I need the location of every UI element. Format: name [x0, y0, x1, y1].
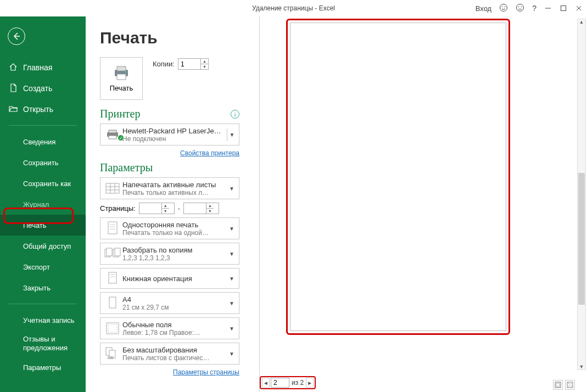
print-button-label: Печать [110, 84, 133, 92]
page-from-input[interactable] [139, 203, 161, 214]
dd-sublabel: 21 см x 29,7 см [122, 304, 227, 311]
nav-new[interactable]: Создать [0, 78, 86, 99]
margins-selector[interactable]: Обычные поля Левое: 1,78 см Правое:… ▼ [100, 317, 239, 339]
svg-rect-31 [109, 272, 116, 283]
copies-label: Копии: [153, 60, 175, 68]
current-page-input[interactable] [271, 378, 289, 388]
page-from-spinner[interactable]: ▲▼ [139, 203, 175, 214]
paper-selector[interactable]: A4 21 см x 29,7 см ▼ [100, 292, 239, 314]
nav-label: Создать [23, 84, 52, 93]
nav-label: Печать [23, 221, 47, 229]
spinner-down-icon[interactable]: ▼ [162, 209, 169, 214]
spinner-up-icon[interactable]: ▲ [206, 203, 214, 209]
spinner-down-icon[interactable]: ▼ [201, 64, 208, 69]
nav-save[interactable]: Сохранить [0, 152, 86, 173]
show-margins-button[interactable] [553, 380, 563, 390]
spinner-up-icon[interactable]: ▲ [201, 59, 208, 64]
chevron-down-icon: ▼ [227, 186, 237, 192]
next-page-button[interactable]: ► [306, 378, 314, 388]
nav-export[interactable]: Экспорт [0, 256, 86, 277]
preview-page [290, 23, 506, 331]
scaling-selector[interactable]: 100 Без масштабирования Печать листов с … [100, 343, 239, 365]
chevron-down-icon: ▼ [227, 251, 237, 257]
nav-share[interactable]: Общий доступ [0, 236, 86, 256]
svg-rect-23 [108, 222, 117, 234]
printer-icon [111, 65, 131, 81]
orientation-selector[interactable]: Книжная ориентация ▼ [100, 268, 239, 289]
svg-rect-42 [567, 382, 573, 388]
svg-rect-34 [109, 297, 116, 308]
maximize-button[interactable] [560, 4, 567, 12]
info-icon[interactable]: i [231, 110, 239, 119]
page-to-spinner[interactable]: ▲▼ [183, 203, 219, 214]
scrollbar-thumb[interactable] [578, 173, 585, 305]
copies-input[interactable] [178, 59, 200, 69]
printer-selector[interactable]: ✓ Hewlett-Packard HP LaserJe… Не подключ… [100, 124, 239, 145]
printer-properties-link[interactable]: Свойства принтера [180, 149, 239, 157]
svg-point-0 [500, 4, 507, 11]
document-icon [9, 83, 18, 94]
close-button[interactable] [575, 4, 583, 12]
back-button[interactable] [8, 27, 25, 45]
copies-spinner[interactable]: ▲▼ [178, 58, 209, 70]
svg-rect-30 [115, 248, 120, 256]
nav-label: Учетная запись [23, 316, 75, 324]
page-setup-link[interactable]: Параметры страницы [173, 368, 239, 376]
zoom-to-page-button[interactable] [565, 380, 575, 390]
login-link[interactable]: Вход [476, 4, 491, 13]
printer-heading: Принтер [100, 108, 140, 120]
dd-label: Без масштабирования [122, 346, 227, 354]
prev-page-button[interactable]: ◄ [262, 378, 270, 388]
dd-sublabel: 1,2,3 1,2,3 1,2,3 [122, 254, 227, 262]
nav-label: Параметры [23, 363, 61, 372]
face-sad-icon[interactable] [516, 3, 524, 14]
svg-point-2 [505, 6, 506, 7]
scroll-up-icon[interactable]: ▲ [578, 19, 585, 25]
nav-account[interactable]: Учетная запись [0, 310, 86, 331]
svg-point-1 [502, 6, 503, 7]
nav-label: Журнал [23, 200, 49, 209]
page-navigator: ◄ из 2 ► [260, 376, 316, 390]
svg-point-5 [521, 6, 522, 7]
sheets-icon [103, 183, 122, 194]
nav-home[interactable]: Главная [0, 57, 86, 78]
nav-label: Экспорт [23, 263, 50, 271]
collate-selector[interactable]: Разобрать по копиям 1,2,3 1,2,3 1,2,3 ▼ [100, 243, 239, 265]
nav-options[interactable]: Параметры [0, 357, 86, 378]
page-to-input[interactable] [184, 203, 206, 214]
svg-rect-13 [117, 74, 126, 80]
nav-saveas[interactable]: Сохранить как [0, 173, 86, 194]
nav-close[interactable]: Закрыть [0, 277, 86, 298]
dd-label: Односторонняя печать [122, 221, 227, 229]
home-icon [9, 63, 18, 73]
chevron-down-icon: ▼ [227, 326, 237, 332]
minimize-button[interactable] [544, 4, 552, 12]
scroll-down-icon[interactable]: ▼ [578, 364, 585, 369]
nav-label: Сохранить [23, 159, 59, 167]
collate-icon [103, 248, 122, 260]
nav-print[interactable]: Печать [0, 215, 86, 236]
help-icon[interactable]: ? [532, 4, 536, 13]
svg-text:100: 100 [107, 356, 114, 360]
dd-label: Обычные поля [122, 321, 227, 329]
pager-highlight: ◄ из 2 ► [260, 376, 316, 389]
print-button[interactable]: Печать [100, 57, 143, 100]
face-smile-icon[interactable] [499, 3, 508, 14]
of-label: из 2 [290, 379, 305, 387]
settings-heading: Параметры [100, 161, 153, 174]
nav-feedback[interactable]: Отзывы и предложения [0, 331, 86, 357]
svg-rect-17 [109, 136, 116, 139]
spinner-down-icon[interactable]: ▼ [206, 209, 214, 214]
nav-info[interactable]: Сведения [0, 131, 86, 152]
nav-open[interactable]: Открыть [0, 99, 86, 120]
dd-sublabel: Левое: 1,78 см Правое:… [122, 329, 227, 337]
printer-name: Hewlett-Packard HP LaserJe… [122, 127, 227, 135]
svg-point-14 [125, 71, 127, 72]
chevron-down-icon: ▼ [227, 276, 237, 282]
print-what-selector[interactable]: Напечатать активные листы Печать только … [100, 177, 239, 199]
vertical-scrollbar[interactable]: ▲ ▼ [577, 19, 586, 370]
dd-label: Разобрать по копиям [122, 246, 227, 254]
pages-label: Страницы: [100, 204, 136, 212]
sides-selector[interactable]: Односторонняя печать Печатать только на … [100, 217, 239, 239]
spinner-up-icon[interactable]: ▲ [162, 203, 169, 209]
